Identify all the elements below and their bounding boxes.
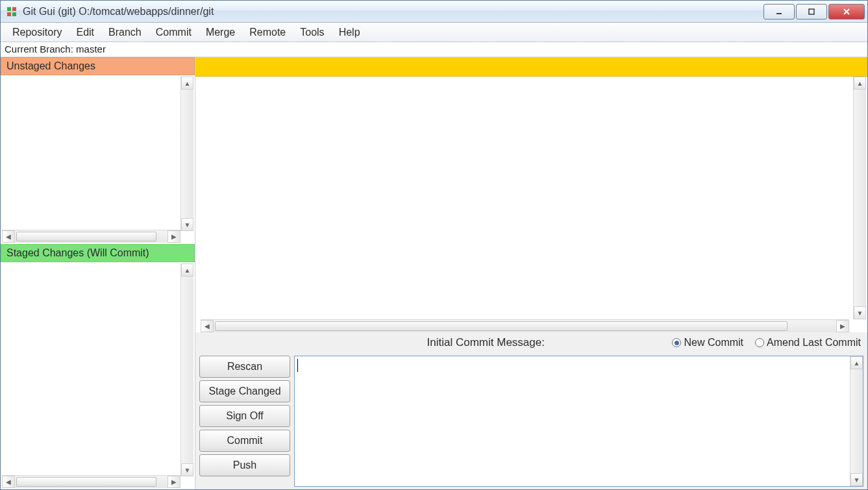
close-button[interactable] <box>828 4 865 19</box>
staged-changes-header: Staged Changes (Will Commit) <box>1 244 195 262</box>
scroll-up-icon[interactable]: ▲ <box>181 263 193 276</box>
svg-rect-4 <box>776 13 782 14</box>
svg-rect-3 <box>12 12 16 16</box>
scroll-down-icon[interactable]: ▼ <box>854 306 866 319</box>
commit-panel: Initial Commit Message: New Commit Amend… <box>195 332 867 489</box>
scroll-up-icon[interactable]: ▲ <box>181 77 193 90</box>
radio-unchecked-icon <box>755 338 764 347</box>
window-controls <box>762 4 865 19</box>
scroll-down-icon[interactable]: ▼ <box>181 463 193 476</box>
diff-header <box>195 57 867 77</box>
svg-rect-5 <box>809 9 814 14</box>
radio-amend-commit[interactable]: Amend Last Commit <box>755 337 861 349</box>
radio-new-commit-label: New Commit <box>684 337 743 349</box>
scroll-track[interactable] <box>181 276 193 463</box>
stage-changed-button[interactable]: Stage Changed <box>199 380 290 402</box>
commit-button[interactable]: Commit <box>199 430 290 452</box>
unstaged-changes-list[interactable]: ▲ ▼ ◀ ▶ <box>1 75 195 244</box>
scrollbar-horizontal[interactable]: ◀ ▶ <box>2 475 180 488</box>
radio-checked-icon <box>672 338 681 347</box>
commit-message-input[interactable]: ▲ ▼ <box>294 356 863 487</box>
menu-remote[interactable]: Remote <box>243 25 292 40</box>
scroll-up-icon[interactable]: ▲ <box>850 356 863 369</box>
scrollbar-vertical[interactable]: ▲ ▼ <box>180 77 193 231</box>
scroll-up-icon[interactable]: ▲ <box>854 77 866 90</box>
scroll-down-icon[interactable]: ▼ <box>850 473 863 486</box>
git-gui-window: Git Gui (git) O:/tomcat/webapps/dinner/g… <box>0 0 868 490</box>
scroll-right-icon[interactable]: ▶ <box>167 230 180 243</box>
menu-tools[interactable]: Tools <box>293 25 330 40</box>
scrollbar-horizontal[interactable]: ◀ ▶ <box>201 319 849 332</box>
menu-edit[interactable]: Edit <box>69 25 101 40</box>
scroll-thumb[interactable] <box>215 321 787 331</box>
scroll-right-icon[interactable]: ▶ <box>167 476 180 488</box>
radio-new-commit[interactable]: New Commit <box>672 337 743 349</box>
unstaged-changes-header: Unstaged Changes <box>1 57 195 75</box>
scroll-left-icon[interactable]: ◀ <box>2 476 15 488</box>
push-button[interactable]: Push <box>199 454 290 476</box>
sign-off-button[interactable]: Sign Off <box>199 405 290 427</box>
menu-repository[interactable]: Repository <box>6 25 68 40</box>
scroll-thumb[interactable] <box>16 477 156 487</box>
titlebar: Git Gui (git) O:/tomcat/webapps/dinner/g… <box>1 1 867 23</box>
minimize-button[interactable] <box>763 4 795 19</box>
scrollbar-vertical[interactable]: ▲ ▼ <box>180 263 193 476</box>
commit-body: Rescan Stage Changed Sign Off Commit Pus… <box>195 353 867 489</box>
commit-top-row: Initial Commit Message: New Commit Amend… <box>195 332 867 353</box>
scroll-track[interactable] <box>181 90 193 218</box>
scroll-track[interactable] <box>850 369 863 473</box>
text-cursor <box>297 359 298 372</box>
scrollbar-horizontal[interactable]: ◀ ▶ <box>2 230 180 243</box>
scroll-left-icon[interactable]: ◀ <box>201 320 214 332</box>
scroll-down-icon[interactable]: ▼ <box>181 218 193 231</box>
commit-message-label: Initial Commit Message: <box>427 336 545 349</box>
scroll-track[interactable] <box>15 230 167 243</box>
content-area: Unstaged Changes ▲ ▼ ◀ ▶ Staged Changes … <box>1 57 867 489</box>
scrollbar-vertical[interactable]: ▲ ▼ <box>850 356 863 486</box>
radio-amend-commit-label: Amend Last Commit <box>767 337 861 349</box>
scroll-track[interactable] <box>854 90 866 306</box>
staged-changes-list[interactable]: ▲ ▼ ◀ ▶ <box>1 262 195 489</box>
rescan-button[interactable]: Rescan <box>199 356 290 378</box>
maximize-button[interactable] <box>796 4 827 19</box>
window-title: Git Gui (git) O:/tomcat/webapps/dinner/g… <box>23 6 762 18</box>
commit-mode-radios: New Commit Amend Last Commit <box>672 337 861 349</box>
scroll-thumb[interactable] <box>16 232 156 241</box>
diff-view[interactable]: ▲ ▼ ◀ ▶ <box>195 77 867 332</box>
menu-branch[interactable]: Branch <box>102 25 148 40</box>
scroll-track[interactable] <box>214 320 836 332</box>
left-column: Unstaged Changes ▲ ▼ ◀ ▶ Staged Changes … <box>1 57 195 489</box>
scrollbar-vertical[interactable]: ▲ ▼ <box>853 77 866 319</box>
svg-rect-2 <box>7 12 11 16</box>
app-icon <box>6 6 18 18</box>
scroll-right-icon[interactable]: ▶ <box>836 320 849 332</box>
svg-rect-1 <box>12 7 16 11</box>
svg-rect-0 <box>7 7 11 11</box>
commit-button-column: Rescan Stage Changed Sign Off Commit Pus… <box>195 353 293 489</box>
menu-merge[interactable]: Merge <box>199 25 242 40</box>
scroll-left-icon[interactable]: ◀ <box>2 230 15 243</box>
scroll-track[interactable] <box>15 476 167 488</box>
menu-commit[interactable]: Commit <box>149 25 198 40</box>
menubar: Repository Edit Branch Commit Merge Remo… <box>1 23 867 42</box>
current-branch-label: Current Branch: master <box>1 42 867 57</box>
right-column: ▲ ▼ ◀ ▶ Initial Commit Message: <box>195 57 867 489</box>
menu-help[interactable]: Help <box>332 25 367 40</box>
